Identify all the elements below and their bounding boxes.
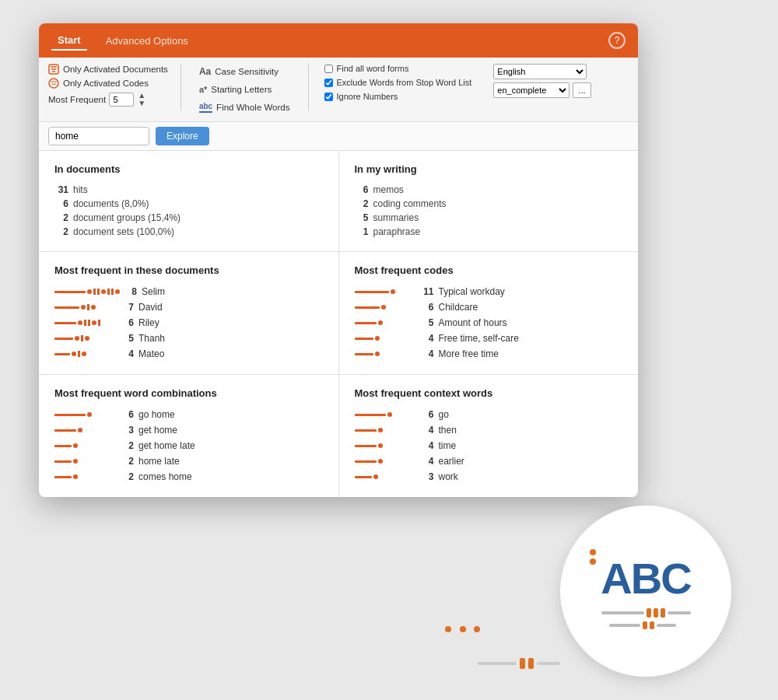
- word-combinations-list: 6 go home 3 get home 2: [54, 407, 323, 485]
- exclude-stop-words-row: Exclude Words from Stop Word List: [324, 78, 472, 87]
- find-all-forms-row: Find all word forms: [324, 64, 472, 73]
- most-frequent-docs-title: Most frequent in these documents: [54, 264, 323, 276]
- stat-row-docgroups: 2 document groups (15,4%): [54, 211, 323, 225]
- ignore-numbers-row: Ignore Numbers: [324, 92, 472, 101]
- main-window: Start Advanced Options ? Only Activated …: [39, 23, 638, 497]
- bar-row-amount-hours: 5 Amount of hours: [355, 315, 623, 331]
- stat-row-hits: 31 hits: [54, 183, 323, 197]
- abc-bar-row1: [601, 608, 691, 618]
- ellipsis-button[interactable]: ...: [573, 82, 591, 98]
- svg-point-4: [49, 79, 58, 88]
- abc-icon: abc: [199, 102, 212, 113]
- star-icon: a*: [199, 85, 207, 94]
- mini-bar-riley: [54, 320, 117, 326]
- tab-advanced[interactable]: Advanced Options: [100, 32, 194, 50]
- word-combinations-panel: Most frequent word combinations 6 go hom…: [39, 375, 338, 497]
- mini-bar-get-home: [54, 428, 117, 432]
- toolbar-right: Find all word forms Exclude Words from S…: [324, 64, 472, 101]
- toolbar-middle: Aa Case Sensitivity a* Starting Letters …: [194, 64, 296, 115]
- most-frequent-docs-list: 8 Selim 7 David: [54, 284, 323, 362]
- help-button[interactable]: ?: [608, 32, 626, 49]
- toolbar-divider2: [308, 64, 309, 110]
- most-frequent-codes-list: 11 Typical workday 6 Childcare: [355, 284, 623, 362]
- find-all-forms-checkbox[interactable]: [324, 65, 333, 73]
- mini-bar-childcare: [355, 305, 417, 310]
- bar-row-riley: 6 Riley: [54, 315, 323, 331]
- bar-row-free-time-selfcare: 4 Free time, self-care: [355, 331, 623, 346]
- context-words-list: 6 go 4 then 4 time: [355, 407, 623, 485]
- mini-bar-thanh: [54, 335, 117, 341]
- bar-row-get-home: 3 get home: [54, 422, 323, 438]
- bar-row-typical-workday: 11 Typical workday: [355, 284, 623, 299]
- stat-coding-comments: 2 coding comments: [355, 197, 623, 211]
- sublang-select[interactable]: en_complete: [493, 82, 569, 98]
- most-frequent-codes-title: Most frequent codes: [355, 264, 623, 276]
- bar-row-home-late: 2 home late: [54, 453, 323, 469]
- mini-bar-selim: [54, 289, 120, 295]
- bar-row-work: 3 work: [355, 469, 623, 485]
- find-whole-words-btn[interactable]: abc Find Whole Words: [194, 100, 296, 115]
- abc-bar-row2: [609, 621, 691, 629]
- exclude-stop-words-checkbox[interactable]: [324, 79, 333, 87]
- ignore-numbers-checkbox[interactable]: [324, 93, 333, 101]
- tab-start[interactable]: Start: [51, 31, 87, 51]
- filter-icon: [48, 64, 59, 75]
- bar-row-go-home: 6 go home: [54, 407, 323, 422]
- search-input[interactable]: [48, 127, 149, 145]
- most-frequent-docs-panel: Most frequent in these documents 8 Sel: [39, 252, 338, 374]
- decrement-arrow[interactable]: ▼: [138, 100, 145, 107]
- mini-bar-go-home: [54, 412, 117, 417]
- sublang-row: en_complete ...: [493, 82, 591, 98]
- in-documents-panel: In documents 31 hits 6 documents (8,0%) …: [39, 151, 338, 251]
- toolbar: Only Activated Documents Only Activated …: [39, 58, 638, 122]
- in-my-writing-title: In my writing: [355, 163, 623, 175]
- most-frequent-codes-panel: Most frequent codes 11 Typical workday 6: [339, 252, 639, 374]
- case-sensitivity-btn[interactable]: Aa Case Sensitivity: [194, 64, 296, 79]
- only-activated-docs-btn[interactable]: Only Activated Documents: [48, 64, 168, 75]
- mini-bar-work: [355, 474, 417, 479]
- stat-summaries: 5 summaries: [355, 211, 623, 225]
- dot-decor3: [478, 658, 560, 669]
- mini-bar-get-home-late: [54, 443, 117, 448]
- bar-row-thanh: 5 Thanh: [54, 331, 323, 346]
- mini-bar-time: [355, 443, 417, 448]
- mini-bar-comes-home: [54, 474, 117, 479]
- dot-decor1: [587, 546, 599, 568]
- mini-bar-home-late: [54, 459, 117, 464]
- toolbar-divider1: [180, 64, 181, 110]
- language-select[interactable]: English: [493, 64, 587, 79]
- in-documents-stats: 31 hits 6 documents (8,0%) 2 document gr…: [54, 183, 323, 239]
- mini-bar-go: [355, 412, 417, 417]
- mini-bar-amount-hours: [355, 320, 417, 325]
- bar-row-then: 4 then: [355, 422, 623, 438]
- most-frequent-input[interactable]: [109, 93, 134, 107]
- starting-letters-btn[interactable]: a* Starting Letters: [194, 82, 296, 96]
- mini-bar-mateo: [54, 351, 117, 357]
- bar-row-comes-home: 2 comes home: [54, 469, 323, 485]
- titlebar: Start Advanced Options ?: [39, 23, 638, 58]
- bar-row-david: 7 David: [54, 299, 323, 315]
- stat-memos: 6 memos: [355, 183, 623, 197]
- in-my-writing-stats: 6 memos 2 coding comments 5 summaries 1 …: [355, 183, 623, 239]
- abc-decoration: ABC: [560, 506, 731, 677]
- bar-row-go: 6 go: [355, 407, 623, 422]
- mini-bar-david: [54, 304, 117, 310]
- results-grid: In documents 31 hits 6 documents (8,0%) …: [39, 151, 638, 497]
- bar-row-time: 4 time: [355, 438, 623, 453]
- explore-button[interactable]: Explore: [156, 127, 209, 145]
- bar-row-childcare: 6 Childcare: [355, 299, 623, 315]
- bar-row-more-free-time: 4 More free time: [355, 346, 623, 362]
- stat-row-docsets: 2 document sets (100,0%): [54, 225, 323, 239]
- search-bar: Explore: [39, 122, 638, 151]
- bar-row-get-home-late: 2 get home late: [54, 438, 323, 453]
- bar-row-mateo: 4 Mateo: [54, 346, 323, 362]
- only-activated-codes-btn[interactable]: Only Activated Codes: [48, 78, 168, 89]
- context-words-title: Most frequent context words: [355, 387, 623, 399]
- bar-row-earlier: 4 earlier: [355, 453, 623, 469]
- toolbar-left: Only Activated Documents Only Activated …: [48, 64, 168, 107]
- stat-row-docs: 6 documents (8,0%): [54, 197, 323, 211]
- stat-paraphrase: 1 paraphrase: [355, 225, 623, 239]
- mini-bar-earlier: [355, 459, 417, 464]
- in-documents-title: In documents: [54, 163, 323, 175]
- word-combinations-title: Most frequent word combinations: [54, 387, 323, 399]
